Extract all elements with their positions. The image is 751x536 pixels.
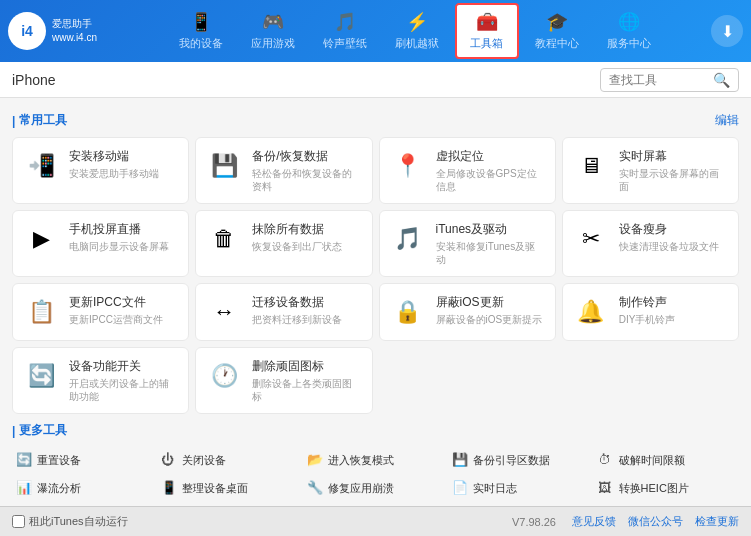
- nav-item-铃声壁纸[interactable]: 🎵 铃声壁纸: [311, 5, 379, 57]
- more-icon-3: 💾: [452, 452, 468, 468]
- tool-item-4[interactable]: ▶ 手机投屏直播 电脑同步显示设备屏幕: [12, 210, 189, 277]
- more-item-11[interactable]: 🖼 图片去重: [157, 503, 302, 506]
- tool-icon-1: 💾: [206, 148, 242, 184]
- tool-item-9[interactable]: ↔ 迁移设备数据 把资料迁移到新设备: [195, 283, 372, 341]
- nav-item-教程中心[interactable]: 🎓 教程中心: [523, 5, 591, 57]
- edit-link[interactable]: 编辑: [715, 112, 739, 129]
- tool-item-3[interactable]: 🖥 实时屏幕 实时显示设备屏幕的画面: [562, 137, 739, 204]
- more-item-1[interactable]: ⏻ 关闭设备: [157, 447, 302, 473]
- more-item-10[interactable]: 🗜 压缩照片: [12, 503, 157, 506]
- tool-icon-0: 📲: [23, 148, 59, 184]
- tool-name-11: 制作铃声: [619, 294, 728, 311]
- search-box[interactable]: 🔍: [600, 68, 739, 92]
- tool-desc-12: 开启或关闭设备上的辅助功能: [69, 377, 178, 403]
- tool-item-10[interactable]: 🔒 屏蔽iOS更新 屏蔽设备的iOS更新提示: [379, 283, 556, 341]
- more-item-12[interactable]: ⬇ 下载闪件: [303, 503, 448, 506]
- tool-item-0[interactable]: 📲 安装移动端 安装爱思助手移动端: [12, 137, 189, 204]
- update-link[interactable]: 检查更新: [695, 514, 739, 529]
- tool-name-3: 实时屏幕: [619, 148, 728, 165]
- nav-icon-4: 🧰: [476, 11, 498, 33]
- more-label-9: 转换HEIC图片: [619, 481, 689, 496]
- tool-item-8[interactable]: 📋 更新IPCC文件 更新IPCC运营商文件: [12, 283, 189, 341]
- feedback-link[interactable]: 意见反馈: [572, 514, 616, 529]
- search-input[interactable]: [609, 73, 709, 87]
- more-label-7: 修复应用崩溃: [328, 481, 394, 496]
- tool-desc-7: 快速清理设备垃圾文件: [619, 240, 728, 253]
- nav-bar: 📱 我的设备 🎮 应用游戏 🎵 铃声壁纸 ⚡ 刷机越狱 🧰 工具箱 🎓 教程中心…: [118, 3, 711, 59]
- nav-label-4: 工具箱: [470, 36, 503, 51]
- more-item-13[interactable]: 💿 虚拟U盘: [448, 503, 593, 506]
- tool-name-0: 安装移动端: [69, 148, 178, 165]
- tool-icon-5: 🗑: [206, 221, 242, 257]
- logo-icon: i4: [8, 12, 46, 50]
- nav-item-应用游戏[interactable]: 🎮 应用游戏: [239, 5, 307, 57]
- more-item-14[interactable]: 🎵 修改音频: [594, 503, 739, 506]
- tool-item-2[interactable]: 📍 虚拟定位 全局修改设备GPS定位信息: [379, 137, 556, 204]
- nav-label-3: 刷机越狱: [395, 36, 439, 51]
- tool-desc-11: DIY手机铃声: [619, 313, 728, 326]
- wechat-link[interactable]: 微信公众号: [628, 514, 683, 529]
- more-item-7[interactable]: 🔧 修复应用崩溃: [303, 475, 448, 501]
- more-icon-9: 🖼: [598, 480, 614, 496]
- tool-desc-1: 轻松备份和恢复设备的资料: [252, 167, 361, 193]
- toolbar: iPhone 🔍: [0, 62, 751, 98]
- more-item-9[interactable]: 🖼 转换HEIC图片: [594, 475, 739, 501]
- main-content: 常用工具 编辑 📲 安装移动端 安装爱思助手移动端 💾 备份/恢复数据 轻松备份…: [0, 98, 751, 506]
- more-label-5: 瀑流分析: [37, 481, 81, 496]
- nav-icon-0: 📱: [190, 11, 212, 33]
- logo-area: i4 爱思助手 www.i4.cn: [8, 12, 118, 50]
- header-right: ⬇: [711, 15, 743, 47]
- tool-name-13: 删除顽固图标: [252, 358, 361, 375]
- tool-desc-6: 安装和修复iTunes及驱动: [436, 240, 545, 266]
- tool-item-13[interactable]: 🕐 删除顽固图标 删除设备上各类顽固图标: [195, 347, 372, 414]
- more-label-2: 进入恢复模式: [328, 453, 394, 468]
- more-label-8: 实时日志: [473, 481, 517, 496]
- nav-label-1: 应用游戏: [251, 36, 295, 51]
- tool-desc-5: 恢复设备到出厂状态: [252, 240, 361, 253]
- tool-name-2: 虚拟定位: [436, 148, 545, 165]
- tool-desc-0: 安装爱思助手移动端: [69, 167, 178, 180]
- more-item-2[interactable]: 📂 进入恢复模式: [303, 447, 448, 473]
- tool-desc-8: 更新IPCC运营商文件: [69, 313, 178, 326]
- more-item-8[interactable]: 📄 实时日志: [448, 475, 593, 501]
- nav-label-5: 教程中心: [535, 36, 579, 51]
- tool-item-5[interactable]: 🗑 抹除所有数据 恢复设备到出厂状态: [195, 210, 372, 277]
- tool-name-6: iTunes及驱动: [436, 221, 545, 238]
- more-item-0[interactable]: 🔄 重置设备: [12, 447, 157, 473]
- nav-label-0: 我的设备: [179, 36, 223, 51]
- more-label-4: 破解时间限额: [619, 453, 685, 468]
- header: i4 爱思助手 www.i4.cn 📱 我的设备 🎮 应用游戏 🎵 铃声壁纸 ⚡…: [0, 0, 751, 62]
- tool-icon-9: ↔: [206, 294, 242, 330]
- tool-item-1[interactable]: 💾 备份/恢复数据 轻松备份和恢复设备的资料: [195, 137, 372, 204]
- more-tools-header: 更多工具: [12, 422, 739, 439]
- more-tools-grid: 🔄 重置设备 ⏻ 关闭设备 📂 进入恢复模式 💾 备份引导区数据 ⏱ 破解时间限…: [12, 447, 739, 506]
- itunes-checkbox[interactable]: [12, 515, 25, 528]
- more-item-6[interactable]: 📱 整理设备桌面: [157, 475, 302, 501]
- more-item-3[interactable]: 💾 备份引导区数据: [448, 447, 593, 473]
- footer: 租此iTunes自动运行 V7.98.26 意见反馈 微信公众号 检查更新: [0, 506, 751, 536]
- itunes-checkbox-label[interactable]: 租此iTunes自动运行: [12, 514, 128, 529]
- tool-item-7[interactable]: ✂ 设备瘦身 快速清理设备垃圾文件: [562, 210, 739, 277]
- nav-item-刷机越狱[interactable]: ⚡ 刷机越狱: [383, 5, 451, 57]
- more-label-1: 关闭设备: [182, 453, 226, 468]
- nav-item-我的设备[interactable]: 📱 我的设备: [167, 5, 235, 57]
- nav-item-工具箱[interactable]: 🧰 工具箱: [455, 3, 519, 59]
- tool-name-12: 设备功能开关: [69, 358, 178, 375]
- tool-item-12[interactable]: 🔄 设备功能开关 开启或关闭设备上的辅助功能: [12, 347, 189, 414]
- more-icon-7: 🔧: [307, 480, 323, 496]
- tool-desc-13: 删除设备上各类顽固图标: [252, 377, 361, 403]
- nav-icon-3: ⚡: [406, 11, 428, 33]
- more-item-5[interactable]: 📊 瀑流分析: [12, 475, 157, 501]
- tool-desc-4: 电脑同步显示设备屏幕: [69, 240, 178, 253]
- tool-desc-10: 屏蔽设备的iOS更新提示: [436, 313, 545, 326]
- download-button[interactable]: ⬇: [711, 15, 743, 47]
- more-icon-8: 📄: [452, 480, 468, 496]
- more-item-4[interactable]: ⏱ 破解时间限额: [594, 447, 739, 473]
- tool-item-11[interactable]: 🔔 制作铃声 DIY手机铃声: [562, 283, 739, 341]
- nav-item-服务中心[interactable]: 🌐 服务中心: [595, 5, 663, 57]
- common-tools-title: 常用工具: [12, 112, 67, 129]
- itunes-checkbox-text: 租此iTunes自动运行: [29, 514, 128, 529]
- tool-item-6[interactable]: 🎵 iTunes及驱动 安装和修复iTunes及驱动: [379, 210, 556, 277]
- tool-name-1: 备份/恢复数据: [252, 148, 361, 165]
- tool-desc-9: 把资料迁移到新设备: [252, 313, 361, 326]
